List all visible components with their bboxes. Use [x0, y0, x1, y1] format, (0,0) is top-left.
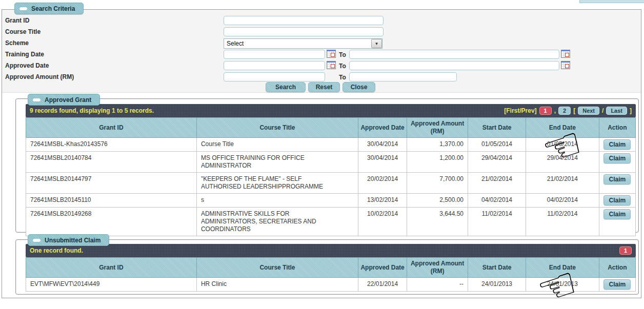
section-title: Unsubmitted Claim	[45, 237, 100, 244]
table-cell: 72641MSLB20149268	[26, 208, 197, 236]
page-1-badge[interactable]: 1	[619, 246, 632, 255]
calendar-icon[interactable]	[561, 50, 570, 58]
collapse-icon[interactable]	[33, 98, 41, 101]
table-cell: "KEEPERS OF THE FLAME" - SELF AUTHORISED…	[196, 173, 358, 194]
section-title: Approved Grant	[45, 96, 91, 104]
action-cell: Claim	[599, 208, 635, 236]
column-header: Action	[599, 258, 635, 278]
calendar-icon[interactable]	[327, 61, 336, 69]
page-1-button[interactable]: 1	[539, 107, 552, 115]
table-cell: --	[407, 278, 468, 292]
table-cell: 04/02/2014	[526, 194, 599, 208]
table-cell: 3,644.50	[407, 208, 468, 236]
scheme-select[interactable]: Select ▼	[224, 38, 383, 49]
table-cell: 7,700.00	[407, 173, 468, 194]
claim-button[interactable]: Claim	[603, 153, 631, 163]
column-header: Action	[599, 118, 635, 138]
grant-id-input[interactable]	[224, 16, 384, 25]
table-row: 72641MSLB20144797"KEEPERS OF THE FLAME" …	[26, 173, 636, 194]
action-cell: Claim	[599, 278, 635, 292]
reset-button[interactable]: Reset	[308, 82, 340, 92]
approved-date-from-input[interactable]	[224, 61, 325, 70]
collapse-icon[interactable]	[19, 7, 27, 10]
pagination-separator: /	[602, 107, 603, 114]
unsubmitted-claim-table: Grant IDCourse TitleApproved DateApprove…	[26, 257, 636, 292]
table-cell: 11/02/2014	[468, 208, 526, 236]
claim-button[interactable]: Claim	[603, 195, 631, 205]
approved-grant-tab[interactable]: Approved Grant	[28, 94, 100, 106]
close-button[interactable]: Close	[343, 82, 375, 92]
scheme-selected-value: Select	[227, 40, 244, 47]
table-cell: 29/04/2014	[526, 152, 599, 173]
table-cell: 21/02/2014	[526, 173, 599, 194]
search-criteria-tab[interactable]: Search Criteria	[14, 3, 84, 14]
table-row: 72641MSLB20149268ADMINISTRATIVE SKILLS F…	[26, 208, 636, 236]
claim-button[interactable]: Claim	[603, 174, 631, 184]
table-cell: 13/02/2014	[358, 194, 407, 208]
table-row: 72641MSLB20145110s13/02/20142,500.0004/0…	[26, 194, 636, 208]
course-title-label: Course Title	[5, 28, 41, 35]
table-row: EVT\MFW\EVT\2014\449HR Clinic22/01/2014-…	[26, 278, 636, 292]
column-header: Course Title	[196, 258, 358, 278]
table-cell: 01/05/2014	[468, 138, 526, 152]
column-header: Approved Date	[358, 118, 407, 138]
table-cell: s	[196, 194, 358, 208]
course-title-input[interactable]	[224, 27, 384, 36]
pagination-separator: ]	[630, 107, 632, 114]
table-row: 72641MSBL20140784MS OFFICE TRAINING FOR …	[26, 152, 636, 173]
table-cell: 30/04/2014	[358, 152, 407, 173]
table-cell: 10/02/2014	[358, 208, 407, 236]
table-cell: 29/04/2014	[468, 152, 526, 173]
action-cell: Claim	[599, 173, 635, 194]
next-page-button[interactable]: Next	[578, 107, 599, 115]
last-page-button[interactable]: Last	[606, 107, 627, 115]
table-cell: 24/01/2013	[468, 278, 526, 292]
training-date-from-input[interactable]	[224, 50, 325, 59]
partial-top-element	[579, 0, 644, 3]
claim-button[interactable]: Claim	[603, 279, 631, 290]
table-cell: HR Clinic	[196, 278, 358, 292]
approved-date-to-label: To	[339, 63, 346, 70]
approved-amount-to-input[interactable]	[349, 72, 457, 81]
column-header: End Date	[526, 118, 599, 138]
calendar-icon[interactable]	[327, 50, 336, 58]
table-cell: 72641MSLB20145110	[26, 194, 197, 208]
first-prev-label[interactable]: [First/Prev]	[504, 107, 536, 114]
table-cell: 2,500.00	[407, 194, 468, 208]
table-cell: MS OFFICE TRAINING FOR OFFICE ADMINISTRA…	[196, 152, 358, 173]
search-button[interactable]: Search	[266, 82, 306, 92]
table-cell: 21/02/2014	[468, 173, 526, 194]
column-header: Grant ID	[26, 118, 197, 138]
grant-id-label: Grant ID	[5, 17, 29, 24]
collapse-icon[interactable]	[33, 239, 41, 242]
scheme-label: Scheme	[5, 39, 29, 47]
action-cell: Claim	[599, 152, 635, 173]
table-cell: 72641MSLB20144797	[26, 173, 197, 194]
pagination: [First/Prev] 1 , 2 [ Next / Last ]	[504, 107, 632, 115]
table-cell: 30/04/2014	[358, 138, 407, 152]
claim-button[interactable]: Claim	[603, 139, 631, 150]
approved-date-to-input[interactable]	[349, 61, 559, 70]
claim-button[interactable]: Claim	[603, 209, 631, 219]
pagination-separator: ,	[554, 107, 556, 114]
table-cell: 24/01/2013	[526, 278, 599, 292]
chevron-down-icon[interactable]: ▼	[371, 39, 382, 48]
column-header: End Date	[526, 258, 599, 278]
table-cell: EVT\MFW\EVT\2014\449	[26, 278, 197, 292]
table-cell: 01/05/2014	[526, 138, 599, 152]
table-cell: 22/01/2014	[358, 278, 407, 292]
table-cell: 04/02/2014	[468, 194, 526, 208]
table-cell: ADMINISTRATIVE SKILLS FOR ADMINISTRATORS…	[196, 208, 358, 236]
calendar-icon[interactable]	[561, 61, 570, 69]
training-date-to-input[interactable]	[349, 50, 559, 59]
table-cell: 72641MSBL-Khas20143576	[26, 138, 197, 152]
page-2-button[interactable]: 2	[558, 107, 571, 115]
table-cell: 1,200.00	[407, 152, 468, 173]
column-header: Approved Amount (RM)	[407, 258, 468, 278]
table-cell: 72641MSBL20140784	[26, 152, 197, 173]
column-header: Approved Date	[358, 258, 407, 278]
table-cell: Course Title	[196, 138, 358, 152]
unsubmitted-claim-tab[interactable]: Unsubmitted Claim	[28, 234, 109, 246]
approved-amount-from-input[interactable]	[224, 72, 325, 81]
column-header: Course Title	[196, 118, 358, 138]
